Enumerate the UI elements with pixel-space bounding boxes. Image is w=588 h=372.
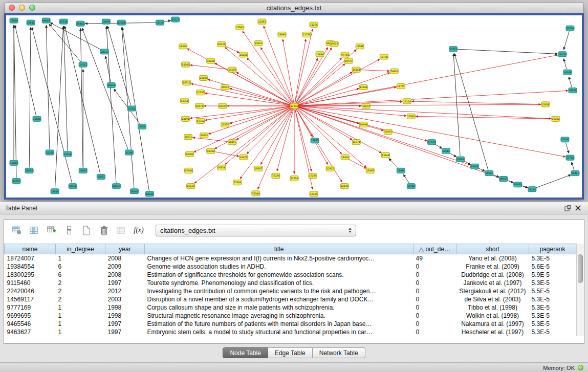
column-header-in_degree[interactable]: in_degree [56, 244, 105, 254]
table-cell[interactable]: Structural magnetic resonance image aver… [145, 312, 413, 320]
table-cell[interactable]: 9463627 [5, 328, 56, 336]
graph-node[interactable]: 18943 [499, 177, 508, 182]
graph-node[interactable]: 18944 [397, 168, 405, 173]
graph-node[interactable]: 16640 [278, 32, 286, 37]
table-options-button[interactable] [9, 223, 25, 237]
graph-node[interactable]: 18030 [25, 168, 33, 173]
graph-node[interactable]: 74850 [390, 69, 398, 74]
graph-node[interactable]: 76344 [252, 191, 260, 196]
table-cell[interactable]: 1997 [105, 279, 145, 287]
table-cell[interactable]: 19384554 [5, 262, 56, 271]
table-cell[interactable]: Estimation of significance thresholds fo… [145, 271, 413, 279]
graph-node[interactable]: 15958 [541, 102, 550, 107]
table-scrollbar[interactable] [576, 244, 584, 336]
graph-node[interactable]: 15540 [407, 114, 415, 119]
graph-node[interactable]: 18274 [558, 52, 567, 57]
table-cell[interactable]: Tourette syndrome. Phenomenology and cla… [145, 279, 413, 287]
graph-node[interactable]: 92450 [514, 182, 522, 187]
graph-node[interactable]: 16104 [403, 99, 411, 104]
graph-node[interactable]: 12757 [197, 90, 205, 95]
graph-node[interactable]: 17554 [290, 176, 298, 181]
graph-node[interactable]: 12148 [340, 184, 349, 189]
graph-node[interactable]: 12004 [117, 20, 125, 25]
table-cell[interactable]: Genome-wide association studies in ADHD. [145, 262, 413, 271]
table-cell[interactable]: 0 [413, 271, 456, 279]
table-cell[interactable]: 2 [56, 279, 105, 287]
graph-node[interactable]: 18714 [59, 19, 68, 24]
table-cell[interactable]: 1 [56, 254, 105, 262]
graph-node[interactable]: 16182 [552, 116, 560, 121]
table-cell[interactable]: 9465546 [5, 320, 56, 328]
table-cell[interactable]: 0 [413, 312, 456, 320]
graph-node[interactable]: 16324 [217, 165, 226, 170]
graph-node[interactable]: 18904 [138, 124, 146, 129]
graph-node[interactable]: 20266 [125, 150, 133, 155]
table-cell[interactable]: Dudbridge et al. (2008) [456, 271, 529, 279]
table-cell[interactable]: 5.3E-5 [529, 312, 576, 320]
table-cell[interactable]: 5.3E-5 [529, 303, 576, 312]
table-cell[interactable]: 5.3E-5 [529, 279, 576, 287]
table-cell[interactable]: 1 [56, 312, 105, 320]
graph-node[interactable]: 18143 [528, 187, 536, 192]
graph-node[interactable]: 15184 [309, 173, 317, 178]
graph-node[interactable]: 94604 [42, 18, 50, 23]
table-row[interactable]: 1938455462009Genome-wide association stu… [5, 262, 576, 271]
graph-node[interactable]: 14209 [569, 88, 577, 93]
tab-network-table[interactable]: Network Table [313, 347, 365, 358]
table-cell[interactable]: 2008 [105, 271, 145, 279]
import-table-button[interactable] [44, 223, 59, 237]
table-cell[interactable]: 5.3E-5 [529, 254, 576, 262]
graph-node[interactable]: 18241 [145, 191, 154, 196]
table-cell[interactable]: 18300295 [5, 271, 56, 279]
new-file-button[interactable] [79, 223, 94, 237]
tab-edge-table[interactable]: Edge Table [268, 347, 313, 358]
table-cell[interactable]: 2003 [105, 295, 145, 303]
table-cell[interactable]: 49 [413, 254, 456, 262]
minimize-window-button[interactable] [19, 5, 25, 11]
table-cell[interactable]: 2 [56, 287, 105, 295]
graph-node[interactable]: 12104 [561, 137, 569, 142]
column-header-year[interactable]: year [105, 244, 145, 254]
table-row[interactable]: 1830029562008Estimation of significance … [5, 271, 576, 279]
table-cell[interactable]: 0 [413, 279, 456, 287]
table-row[interactable]: 1456911722003Disruption of a novel membe… [5, 295, 576, 303]
graph-node[interactable]: 17240 [290, 103, 298, 108]
graph-node[interactable]: 18511 [183, 80, 191, 85]
graph-node[interactable]: 94204 [207, 58, 215, 63]
graph-node[interactable]: 97744 [341, 52, 349, 57]
table-cell[interactable]: de Silva et al. (2003) [456, 295, 529, 303]
graph-node[interactable]: 13043 [79, 168, 87, 173]
graph-node[interactable]: 10674 [362, 103, 370, 108]
table-row[interactable]: 946362711997Embryonic stem cells: a mode… [5, 328, 576, 336]
graph-node[interactable]: 12422 [326, 166, 334, 171]
graph-node[interactable]: 14184 [228, 67, 236, 72]
table-cell[interactable]: 5.6E-5 [529, 262, 576, 271]
table-cell[interactable]: Corpus callosum shape and size in male p… [145, 303, 413, 312]
table-cell[interactable]: 9699695 [5, 312, 56, 320]
graph-node[interactable]: 20311 [79, 62, 87, 67]
table-cell[interactable]: 1997 [105, 328, 145, 336]
table-cell[interactable]: 2012 [105, 287, 145, 295]
table-cell[interactable]: 2009 [105, 262, 145, 271]
graph-node[interactable]: 18973 [344, 58, 353, 63]
graph-node[interactable]: 30673 [200, 133, 208, 138]
graph-node[interactable]: 19314 [63, 151, 72, 157]
graph-node[interactable]: 14905 [12, 179, 20, 184]
graph-node[interactable]: 18775 [397, 84, 405, 89]
graph-node[interactable]: 18302 [207, 148, 215, 154]
graph-node[interactable]: 50051 [97, 174, 105, 179]
graph-node[interactable]: 13048 [381, 152, 389, 158]
table-cell[interactable]: Embryonic stem cells: a model to study s… [145, 328, 413, 336]
graph-node[interactable]: 20315 [100, 49, 108, 54]
column-header-short[interactable]: short [456, 244, 529, 254]
table-cell[interactable]: 1 [56, 320, 105, 328]
graph-node[interactable]: 14143 [563, 70, 572, 75]
graph-node[interactable]: 18120 [239, 52, 248, 57]
table-cell[interactable]: Franke et al. (2009) [456, 262, 529, 271]
zoom-window-button[interactable] [29, 5, 35, 11]
graph-node[interactable]: 14604 [102, 19, 110, 24]
graph-node[interactable]: 16113 [171, 17, 180, 22]
graph-node[interactable]: 17861 [236, 25, 244, 30]
graph-node[interactable]: 14200 [182, 62, 190, 67]
table-cell[interactable]: 1998 [105, 303, 145, 312]
